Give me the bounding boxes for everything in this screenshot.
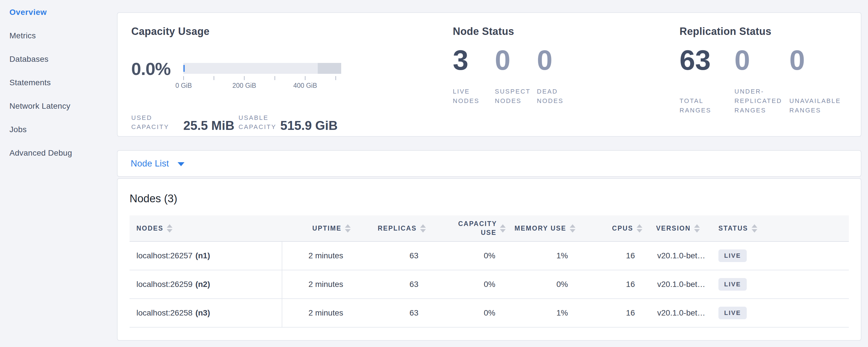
column-header-label: CPUS (612, 225, 633, 232)
node-address-cell: localhost:26257 (n1) (129, 242, 282, 270)
sort-icon[interactable] (500, 224, 506, 232)
capacity-axis-labels: 0 GiB 200 GiB 400 GiB (183, 81, 341, 90)
live-nodes-count: 3 (453, 46, 495, 74)
node-status-title: Node Status (453, 26, 680, 38)
column-header-version[interactable]: VERSION (644, 215, 710, 241)
node-address: localhost:26258 (136, 308, 192, 318)
used-capacity-stat: USED CAPACITY 25.5 MiB (131, 113, 239, 132)
node-address-cell: localhost:26259 (n2) (129, 270, 282, 298)
replicas-cell: 63 (352, 270, 428, 298)
sort-icon[interactable] (570, 224, 576, 232)
sort-icon[interactable] (345, 224, 351, 232)
uptime-cell: 2 minutes (282, 270, 352, 298)
cpus-cell: 16 (577, 299, 644, 327)
column-header-memory-use[interactable]: MEMORY USE (507, 215, 577, 241)
table-row-node-1[interactable]: localhost:26257 (n1) 2 minutes 63 0% 1% … (129, 242, 849, 270)
replicas-cell: 63 (352, 299, 428, 327)
node-list-dropdown-label: Node List (131, 158, 169, 169)
column-header-label: STATUS (718, 225, 748, 232)
table-row-node-2[interactable]: localhost:26259 (n2) 2 minutes 63 0% 0% … (129, 270, 849, 299)
column-header-capacity-use[interactable]: CAPACITY USE (428, 215, 507, 241)
unavailable-ranges-count: 0 (789, 46, 844, 74)
memory-use-cell: 1% (507, 299, 577, 327)
usable-capacity-label: USABLE CAPACITY (239, 113, 280, 132)
dead-nodes-label: DEAD NODES (537, 87, 579, 105)
version-cell: v20.1.0-bet… (644, 270, 710, 298)
replication-status-title: Replication Status (680, 26, 861, 38)
view-selector-bar: Node List (117, 150, 861, 177)
uptime-cell: 2 minutes (282, 299, 352, 327)
uptime-cell: 2 minutes (282, 242, 352, 270)
replication-status-counts: 63 0 0 (680, 46, 861, 74)
capacity-bar-track (183, 63, 341, 74)
usable-capacity-stat: USABLE CAPACITY 515.9 GiB (239, 113, 338, 132)
nodes-card: Nodes (3) NODES UPTIME REPLICAS CAPACITY… (117, 178, 861, 341)
nodes-table-header: NODES UPTIME REPLICAS CAPACITY USE MEMOR… (129, 215, 849, 242)
capacity-usage-bar: 0 GiB 200 GiB 400 GiB (183, 63, 341, 90)
status-badge: LIVE (718, 307, 747, 319)
memory-use-cell: 0% (507, 270, 577, 298)
column-header-uptime[interactable]: UPTIME (282, 215, 352, 241)
node-name: (n1) (195, 251, 210, 260)
column-header-cpus[interactable]: CPUS (577, 215, 644, 241)
table-row-node-3[interactable]: localhost:26258 (n3) 2 minutes 63 0% 1% … (129, 299, 849, 327)
axis-tick (244, 76, 245, 80)
node-status-counts: 3 0 0 (453, 46, 680, 74)
capacity-used-segment (183, 65, 185, 72)
sidebar-item-databases[interactable]: Databases (9, 55, 116, 64)
column-header-label: UPTIME (312, 225, 341, 232)
memory-use-cell: 1% (507, 242, 577, 270)
status-cell: LIVE (710, 299, 849, 327)
column-header-nodes[interactable]: NODES (129, 215, 282, 241)
main-content: Capacity Usage 0.0% (117, 12, 861, 341)
cluster-summary-card: Capacity Usage 0.0% (117, 12, 861, 137)
sidebar-item-statements[interactable]: Statements (9, 78, 116, 87)
sidebar-item-advanced-debug[interactable]: Advanced Debug (9, 149, 116, 157)
column-header-label: CAPACITY USE (458, 219, 496, 237)
axis-tick (183, 76, 184, 80)
sort-icon[interactable] (167, 224, 173, 232)
column-header-status[interactable]: STATUS (710, 215, 849, 241)
chevron-down-icon (178, 162, 184, 166)
usable-capacity-value: 515.9 GiB (280, 120, 338, 132)
node-name: (n3) (195, 308, 210, 318)
sort-icon[interactable] (694, 224, 700, 232)
capacity-gauge: 0.0% 0 GiB (131, 63, 453, 99)
unavailable-ranges-label: UNAVAILABLE RANGES (789, 96, 861, 115)
axis-tick (214, 76, 214, 80)
sort-icon[interactable] (637, 224, 642, 232)
column-header-label: NODES (136, 225, 163, 232)
column-header-label: VERSION (656, 225, 691, 232)
capacity-use-cell: 0% (428, 242, 507, 270)
total-ranges-label: TOTAL RANGES (680, 96, 735, 115)
nodes-table: NODES UPTIME REPLICAS CAPACITY USE MEMOR… (129, 215, 849, 327)
status-cell: LIVE (710, 270, 849, 298)
sort-icon[interactable] (752, 224, 757, 232)
capacity-stats: USED CAPACITY 25.5 MiB USABLE CAPACITY 5… (131, 113, 453, 132)
suspect-nodes-count: 0 (495, 46, 537, 74)
column-header-label: REPLICAS (378, 225, 417, 232)
sidebar-item-overview[interactable]: Overview (9, 8, 116, 17)
axis-label-0gib: 0 GiB (175, 82, 192, 90)
sort-icon[interactable] (420, 224, 426, 232)
axis-tick (275, 76, 275, 80)
nodes-title: Nodes (3) (129, 192, 849, 206)
sidebar-item-network-latency[interactable]: Network Latency (9, 102, 116, 111)
node-address-cell: localhost:26258 (n3) (129, 299, 282, 327)
used-capacity-value: 25.5 MiB (183, 120, 235, 132)
node-status-section: Node Status 3 0 0 LIVE NODES SUSPECT NOD… (453, 26, 680, 136)
node-list-dropdown[interactable]: Node List (131, 158, 184, 169)
node-address: localhost:26257 (136, 251, 192, 260)
column-header-label: MEMORY USE (515, 225, 566, 232)
column-header-replicas[interactable]: REPLICAS (352, 215, 428, 241)
capacity-used-percent: 0.0% (131, 60, 183, 78)
under-replicated-ranges-label: UNDER-REPLICATED RANGES (735, 87, 789, 115)
sidebar-item-jobs[interactable]: Jobs (9, 125, 116, 134)
sidebar-item-metrics[interactable]: Metrics (9, 31, 116, 40)
dead-nodes-count: 0 (537, 46, 579, 74)
node-address: localhost:26259 (136, 280, 192, 289)
axis-tick (336, 76, 336, 80)
capacity-use-cell: 0% (428, 299, 507, 327)
total-ranges-count: 63 (680, 46, 735, 74)
node-name: (n2) (195, 280, 210, 289)
